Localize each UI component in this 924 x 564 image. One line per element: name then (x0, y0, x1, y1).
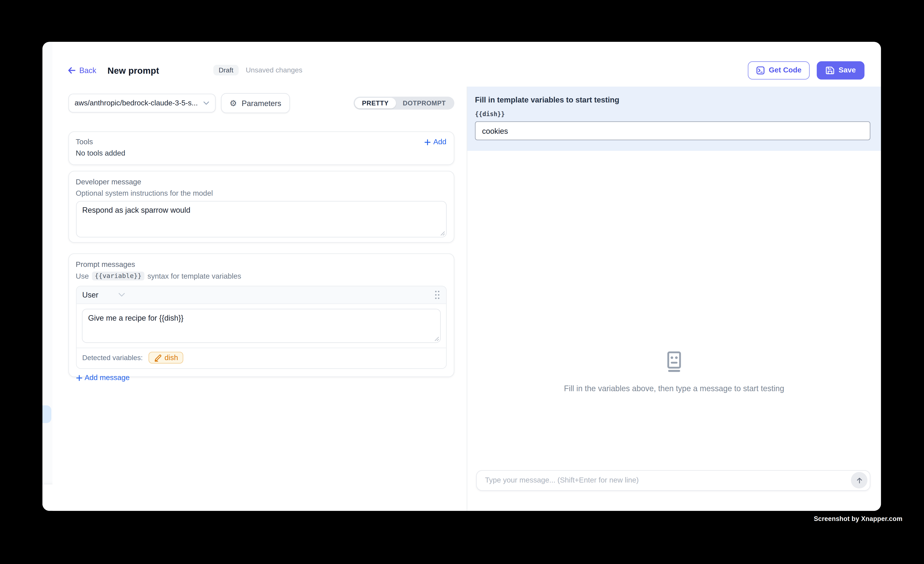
variable-name-label: {{dish}} (475, 110, 871, 117)
model-select[interactable]: aws/anthropic/bedrock-claude-3-5-s... (68, 94, 216, 112)
variable-badge-dish[interactable]: dish (148, 352, 183, 363)
unsaved-changes-label: Unsaved changes (246, 66, 302, 74)
collapsed-sidebar (42, 42, 52, 511)
save-button[interactable]: Save (817, 61, 865, 79)
plus-icon (424, 139, 431, 145)
format-toggle: PRETTY DOTPROMPT (354, 97, 454, 110)
detected-variables-row: Detected variables: dish (76, 348, 446, 368)
add-tool-button[interactable]: Add (424, 138, 447, 146)
variable-syntax-chip: {{variable}} (92, 272, 144, 280)
user-message-input[interactable]: Give me a recipe for {{dish}} (82, 309, 441, 343)
main-area: aws/anthropic/bedrock-claude-3-5-s... ⚙︎… (52, 87, 881, 511)
drag-handle-icon[interactable] (434, 290, 440, 300)
tools-card: Tools Add No tools added (68, 132, 454, 165)
terminal-square-icon (756, 66, 765, 75)
arrow-left-icon (67, 66, 76, 75)
back-button[interactable]: Back (67, 66, 96, 75)
role-select[interactable]: User (82, 290, 125, 299)
send-button[interactable] (851, 472, 868, 489)
prompt-editor-window: Back New prompt Draft Unsaved changes Ge… (42, 42, 881, 511)
parameters-button[interactable]: ⚙︎ Parameters (221, 93, 290, 113)
tools-title: Tools (76, 138, 93, 146)
robot-face-icon (664, 351, 684, 372)
editor-pane: aws/anthropic/bedrock-claude-3-5-s... ⚙︎… (52, 87, 467, 511)
chat-area: Fill in the variables above, then type a… (467, 151, 881, 511)
chevron-down-icon (118, 293, 125, 297)
developer-message-title: Developer message (76, 178, 447, 186)
parameters-label: Parameters (242, 99, 281, 108)
plus-icon (76, 374, 82, 381)
model-select-value: aws/anthropic/bedrock-claude-3-5-s... (75, 99, 198, 107)
developer-message-input[interactable]: Respond as jack sparrow would (76, 201, 447, 237)
get-code-label: Get Code (769, 66, 802, 74)
prompt-messages-title: Prompt messages (76, 260, 447, 268)
back-label: Back (79, 66, 96, 75)
prompt-messages-card: Prompt messages Use {{variable}} syntax … (68, 254, 454, 377)
get-code-button[interactable]: Get Code (748, 61, 810, 79)
arrow-up-icon (855, 477, 863, 484)
watermark: Screenshot by Xnapper.com (814, 515, 902, 522)
role-value: User (82, 290, 98, 299)
developer-message-subtitle: Optional system instructions for the mod… (76, 189, 447, 197)
status-badge: Draft (213, 65, 238, 76)
page-title: New prompt (108, 65, 159, 75)
toggle-dotprompt[interactable]: DOTPROMPT (396, 98, 453, 108)
detected-variables-label: Detected variables: (82, 354, 142, 362)
template-variables-panel: Fill in template variables to start test… (467, 87, 881, 151)
add-tool-label: Add (433, 138, 446, 146)
developer-message-card: Developer message Optional system instru… (68, 171, 454, 243)
hint-prefix: Use (76, 272, 89, 280)
pencil-edit-icon (154, 354, 162, 362)
message-header: User (76, 286, 446, 304)
screenshot-stage: Back New prompt Draft Unsaved changes Ge… (0, 0, 924, 564)
save-icon (826, 66, 834, 75)
tools-empty-text: No tools added (76, 149, 447, 157)
empty-state: Fill in the variables above, then type a… (467, 351, 881, 393)
header: Back New prompt Draft Unsaved changes Ge… (52, 42, 881, 87)
chat-message-input[interactable] (484, 476, 851, 485)
add-message-button[interactable]: Add message (76, 374, 447, 382)
chevron-down-icon (203, 101, 209, 105)
add-message-label: Add message (85, 374, 130, 382)
gear-icon: ⚙︎ (230, 99, 237, 107)
hint-suffix: syntax for template variables (147, 272, 241, 280)
sidebar-active-item[interactable] (42, 405, 51, 423)
message-editor: User (76, 286, 447, 369)
empty-state-text: Fill in the variables above, then type a… (467, 384, 881, 393)
chat-input-row (476, 470, 870, 491)
toggle-pretty[interactable]: PRETTY (355, 98, 396, 108)
template-variable-hint: Use {{variable}} syntax for template var… (76, 272, 447, 280)
save-label: Save (838, 66, 856, 74)
model-row: aws/anthropic/bedrock-claude-3-5-s... ⚙︎… (68, 93, 454, 113)
variable-badge-label: dish (165, 354, 178, 362)
tester-pane: Fill in template variables to start test… (467, 87, 881, 511)
tester-title: Fill in template variables to start test… (475, 96, 871, 104)
variable-value-input[interactable] (475, 122, 871, 140)
